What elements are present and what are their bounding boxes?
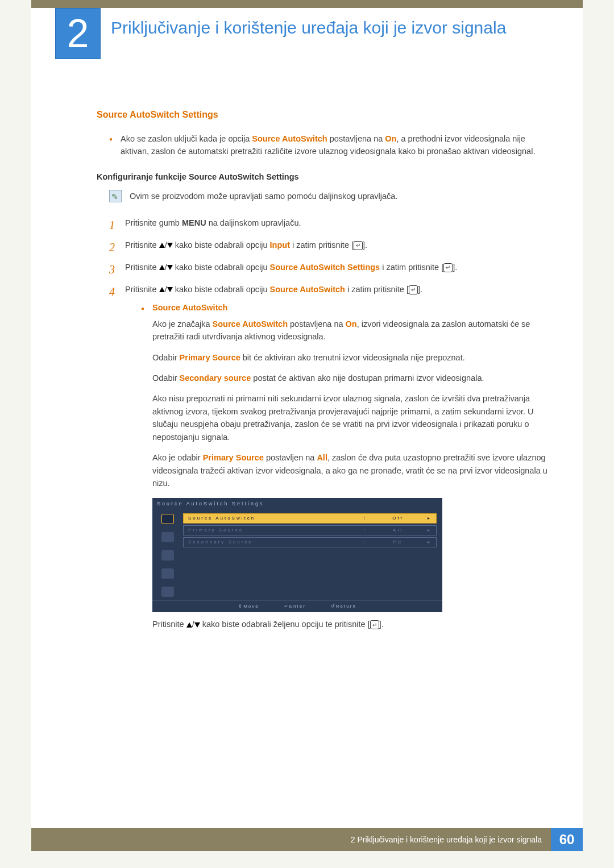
footer-bar: 2 Priključivanje i korištenje uređaja ko… [31, 828, 583, 851]
step-body: Pritisnite / kako biste odabrali opciju … [125, 283, 549, 631]
osd-row-selected: Source AutoSwitch:Off▸ [183, 513, 437, 524]
step-number: 2 [109, 239, 125, 256]
up-arrow-icon [159, 287, 165, 292]
steps-list: 1 Pritisnite gumb MENU na daljinskom upr… [109, 217, 549, 631]
step-3: 3 Pritisnite / kako biste odabrali opcij… [109, 261, 549, 279]
osd-row: Secondary Source:PC▸ [183, 537, 437, 547]
chapter-title: Priključivanje i korištenje uređaja koji… [111, 17, 554, 39]
intro-text: Ako se zaslon uključi kada je opcija Sou… [121, 132, 549, 158]
step-body: Pritisnite / kako biste odabrali opciju … [125, 239, 549, 256]
osd-content: Source AutoSwitch:Off▸ Primary Source:Al… [183, 510, 442, 600]
down-arrow-icon [167, 287, 173, 292]
chapter-number-badge: 2 [55, 8, 101, 59]
down-arrow-icon [167, 243, 173, 248]
note-row: Ovim se proizvodom može upravljati samo … [109, 190, 549, 202]
enter-icon: ↵ [354, 241, 363, 250]
enter-icon: ↵ [443, 263, 453, 272]
top-accent-bar [31, 0, 583, 8]
down-arrow-icon [194, 622, 200, 628]
step-number: 3 [109, 261, 125, 279]
content-area: Source AutoSwitch Settings ● Ako se zasl… [97, 108, 549, 636]
section-heading: Source AutoSwitch Settings [97, 108, 549, 122]
up-arrow-icon [159, 265, 165, 270]
osd-row: Primary Source:All▸ [183, 525, 437, 535]
osd-panel: Source AutoSwitch Settings [152, 498, 442, 612]
enter-icon: ↵ [409, 285, 418, 294]
osd-footer: ⇕Move ↵Enter ↺Return [152, 600, 442, 612]
step-body: Pritisnite / kako biste odabrali opciju … [125, 261, 549, 279]
bullet-dot-icon: ● [109, 132, 121, 158]
step-1: 1 Pritisnite gumb MENU na daljinskom upr… [109, 217, 549, 234]
up-arrow-icon [159, 243, 165, 248]
osd-title: Source AutoSwitch Settings [152, 498, 442, 510]
enter-icon: ↵ [370, 620, 379, 629]
sub-bullet-body: Ako je značajka Source AutoSwitch postav… [152, 318, 549, 490]
bullet-dot-icon: ● [141, 302, 152, 313]
footer-text: 2 Priključivanje i korištenje uređaja ko… [31, 828, 551, 851]
step-4: 4 Pritisnite / kako biste odabrali opcij… [109, 283, 549, 631]
config-subheading: Konfiguriranje funkcije Source AutoSwitc… [97, 171, 549, 183]
note-text: Ovim se proizvodom može upravljati samo … [130, 190, 397, 202]
step-number: 4 [109, 283, 125, 631]
down-arrow-icon [167, 265, 173, 270]
sub-bullet: ● Source AutoSwitch Ako je značajka Sour… [141, 301, 549, 490]
osd-icon [161, 514, 174, 524]
after-osd-text: Pritisnite / kako biste odabrali željenu… [152, 618, 549, 630]
page-number: 60 [551, 828, 583, 851]
step-2: 2 Pritisnite / kako biste odabrali opcij… [109, 239, 549, 256]
intro-bullet: ● Ako se zaslon uključi kada je opcija S… [109, 132, 549, 158]
step-body: Pritisnite gumb MENU na daljinskom uprav… [125, 217, 549, 234]
osd-icon-column [152, 510, 183, 600]
osd-icon [161, 532, 174, 542]
up-arrow-icon [186, 622, 192, 628]
step-number: 1 [109, 217, 125, 234]
osd-icon [161, 550, 174, 560]
sub-bullet-title: Source AutoSwitch [152, 301, 227, 314]
page: 2 Priključivanje i korištenje uređaja ko… [31, 0, 583, 851]
note-icon [109, 190, 122, 202]
osd-icon [161, 568, 174, 579]
osd-icon [161, 587, 174, 597]
